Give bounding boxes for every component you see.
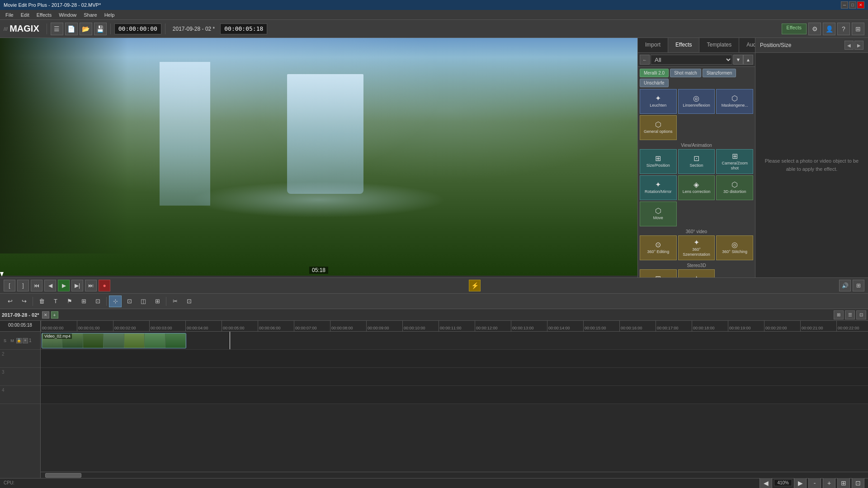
title-btn[interactable]: T (49, 296, 62, 307)
effect-btn-lens-correction[interactable]: ◈ Lens correction (678, 175, 715, 200)
menu-window[interactable]: Window (55, 11, 80, 19)
menu-edit[interactable]: Edit (17, 11, 33, 19)
new-button[interactable]: 📄 (65, 23, 78, 35)
maximize-button[interactable]: □ (849, 1, 856, 9)
effect-btn-360-editing[interactable]: ⊙ 360° Editing (640, 235, 677, 260)
effects-toolbar-button[interactable]: Effects (782, 23, 807, 34)
expand-btn[interactable]: ⊞ (853, 280, 864, 291)
timeline-add-btn[interactable]: + (51, 311, 58, 319)
mark-out-btn[interactable]: ] (17, 280, 29, 291)
ruler-mark-19: 00:00:19:00 (728, 321, 764, 331)
effects-category-dropdown[interactable]: All (651, 55, 732, 65)
status-zoom-out-btn[interactable]: - (808, 477, 821, 488)
snap-btn[interactable]: ⊞ (77, 296, 90, 307)
effects-content: Meralli 2.0 Shot match Stanzformen Unsch… (638, 67, 755, 277)
effects-scroll-up-btn[interactable]: ▲ (743, 55, 753, 65)
effect-chip-unschaerfe[interactable]: Unschärfe (640, 79, 669, 87)
status-zoom-in-btn[interactable]: + (823, 477, 835, 488)
effect-btn-properties[interactable]: ⊞ Properties (640, 269, 677, 277)
linsenreflexion-label: Linsenreflexion (683, 103, 710, 108)
effect-btn-360-szenenrotation[interactable]: ✦ 360° Szenenrotation (678, 235, 715, 260)
effect-btn-3d-distortion[interactable]: ⬡ 3D distortion (716, 175, 753, 200)
open-button[interactable]: 📂 (80, 23, 92, 35)
status-fit-btn[interactable]: ⊞ (837, 477, 850, 488)
lightning-btn[interactable]: ⚡ (469, 280, 481, 291)
tab-effects[interactable]: Effects (668, 38, 699, 52)
menu-help[interactable]: Help (101, 11, 118, 19)
record-btn[interactable]: ● (99, 280, 110, 291)
volume-btn[interactable]: 🔊 (839, 280, 851, 291)
group-btn[interactable]: ⊡ (91, 296, 104, 307)
track-lock-btn[interactable]: 🔒 (16, 338, 22, 343)
effect-btn-linsenreflexion[interactable]: ◎ Linsenreflexion (678, 89, 715, 114)
menu-effects[interactable]: Effects (33, 11, 55, 19)
track-solo-icon[interactable]: S (2, 338, 8, 344)
tab-import[interactable]: Import (638, 38, 668, 52)
general-options-label: General options (644, 129, 673, 134)
minimize-button[interactable]: ─ (841, 1, 848, 9)
pos-next-btn[interactable]: ▶ (854, 41, 863, 50)
timeline-close-btn[interactable]: ✕ (42, 311, 49, 319)
pos-prev-btn[interactable]: ◀ (844, 41, 854, 50)
track-mute-icon[interactable]: M (9, 338, 15, 344)
effect-btn-rotation-mirror[interactable]: ✦ Rotation/Mirror (640, 175, 677, 200)
effect-btn-maskengene[interactable]: ⬡ Maskengene... (716, 89, 753, 114)
effect-chip-shot-match[interactable]: Shot match (670, 69, 701, 77)
cursor-btn[interactable]: ⊹ (109, 296, 122, 307)
effects-expand-btn[interactable]: ▼ (733, 55, 743, 65)
account-icon[interactable]: 👤 (823, 23, 835, 35)
status-expand-btn[interactable]: ⊡ (852, 477, 864, 488)
skip-fwd-btn[interactable]: ⏭ (85, 280, 97, 291)
effect-btn-360-stitching[interactable]: ◎ 360° Stitching (716, 235, 753, 260)
effect-btn-section[interactable]: ⊡ Section (678, 149, 715, 174)
effect-btn-alignment[interactable]: ✦ Alignment (678, 269, 715, 277)
insert-btn[interactable]: ⊡ (183, 296, 195, 307)
prev-frame-btn[interactable]: ◀ (44, 280, 56, 291)
save-button[interactable]: 💾 (94, 23, 107, 35)
timeline-ruler[interactable]: 00:00:00:00 00:00:01:00 00:00:02:00 00:0… (41, 321, 868, 332)
tl-view-btn-1[interactable]: ⊞ (834, 310, 844, 319)
multi-btn[interactable]: ⊞ (151, 296, 164, 307)
menu-share[interactable]: Share (80, 11, 100, 19)
tl-view-btn-3[interactable]: ⊡ (856, 310, 866, 319)
clip-thumb-4 (104, 333, 124, 348)
preview-scrub-bar[interactable] (0, 276, 637, 277)
track-row-3 (41, 368, 868, 386)
timeline-scrollbar[interactable] (41, 472, 868, 478)
split-btn[interactable]: ⊡ (123, 296, 136, 307)
tab-templates[interactable]: Templates (699, 38, 739, 52)
next-frame-btn[interactable]: ▶| (71, 280, 83, 291)
effect-chip-stanzformen[interactable]: Stanzformen (703, 69, 736, 77)
status-left-btn[interactable]: ◀ (760, 477, 772, 488)
help-icon[interactable]: ? (837, 23, 850, 35)
menu-file[interactable]: File (2, 11, 17, 19)
effect-btn-leuchten[interactable]: ✦ Leuchten (640, 89, 677, 114)
track-row-2 (41, 350, 868, 368)
delete-btn[interactable]: 🗑 (35, 296, 48, 307)
close-button[interactable]: ✕ (857, 1, 864, 9)
effect-btn-move[interactable]: ⬡ Move (640, 202, 677, 226)
video-clip-1[interactable]: Video_02.mp4 (42, 333, 186, 348)
tab-audio[interactable]: Audio (739, 38, 755, 52)
redo-btn[interactable]: ↪ (18, 296, 30, 307)
scroll-thumb[interactable] (45, 473, 81, 478)
track-row-1: Video_02.mp4 (41, 332, 868, 350)
trim-btn[interactable]: ◫ (137, 296, 150, 307)
expand-right-icon[interactable]: ⊞ (852, 23, 864, 35)
tl-view-btn-2[interactable]: ☰ (845, 310, 855, 319)
track-fx-btn[interactable]: ≡ (23, 338, 28, 343)
skip-back-btn[interactable]: ⏮ (31, 280, 42, 291)
play-btn[interactable]: ▶ (58, 280, 70, 291)
settings-icon[interactable]: ⚙ (808, 23, 821, 35)
blade-btn[interactable]: ✂ (169, 296, 181, 307)
effects-back-btn[interactable]: ← (640, 55, 650, 65)
effect-btn-general-options[interactable]: ⬡ General options (640, 115, 677, 140)
marker-btn[interactable]: ⚑ (63, 296, 76, 307)
effect-chip-meralli[interactable]: Meralli 2.0 (640, 69, 669, 77)
mark-in-btn[interactable]: [ (4, 280, 15, 291)
effect-btn-camera-zoom[interactable]: ⊞ Camera/Zoom shot (716, 149, 753, 174)
menu-button[interactable]: ☰ (51, 23, 63, 35)
effect-btn-size-position[interactable]: ⊞ Size/Position (640, 149, 677, 174)
undo-btn[interactable]: ↩ (4, 296, 16, 307)
status-right-btn[interactable]: ▶ (794, 477, 807, 488)
